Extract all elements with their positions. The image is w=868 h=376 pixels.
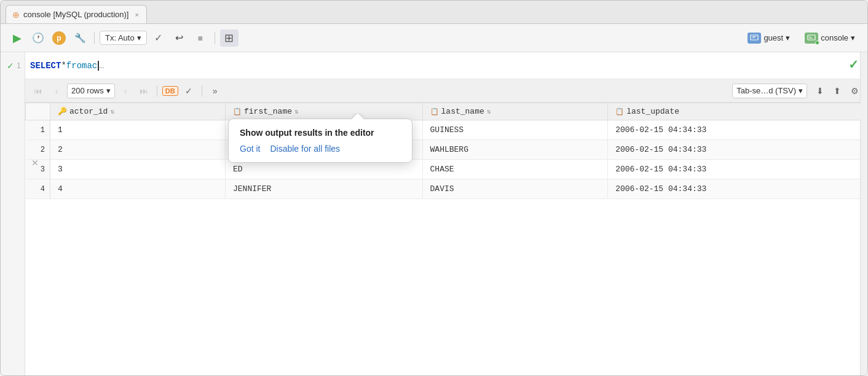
- format-selector[interactable]: Tab-se…d (TSV) ▾: [732, 84, 807, 98]
- table-row[interactable]: 4 4 JENNIFER DAVIS 2006-02-15 04:34:33: [26, 179, 867, 199]
- console-arrow: ▾: [851, 33, 855, 42]
- grid-button[interactable]: ⊞: [220, 29, 239, 47]
- line-number-1: 1: [17, 61, 21, 70]
- console-tab[interactable]: ⊕ console [MySQL (production)] ×: [6, 5, 147, 23]
- actor-id-cell: 1: [50, 120, 226, 140]
- upload-icon: ⬆: [834, 86, 841, 96]
- last-name-col-label: last_name: [441, 107, 484, 116]
- separator-1: [94, 32, 95, 44]
- tx-label: Tx: Auto: [105, 33, 135, 42]
- tooltip-actions: Got it Disable for all files: [240, 144, 401, 154]
- results-sep-1: [157, 85, 157, 96]
- tooltip-title: Show output results in the editor: [240, 128, 401, 138]
- table-row[interactable]: 3 3 ED CHASE 2006-02-15 04:34:33: [26, 160, 867, 179]
- last-page-icon: ⏭: [140, 86, 148, 96]
- download-button[interactable]: ⬇: [812, 84, 828, 98]
- results-table: 🔑 actor_id ⇅ 📋 first_name ⇅: [25, 103, 867, 199]
- sql-table: ac: [87, 61, 97, 71]
- console-icon: [805, 33, 818, 44]
- separator-2: [215, 32, 215, 44]
- tab-close-button[interactable]: ×: [135, 11, 138, 18]
- gutter-line-1: ✓ 1: [7, 57, 21, 74]
- wrench-button[interactable]: 🔧: [71, 29, 89, 47]
- user-arrow: ▾: [786, 33, 790, 42]
- table-row[interactable]: 2 2 NICK WAHLBERG 2006-02-15 04:34:33: [26, 140, 867, 160]
- p-badge-button[interactable]: p: [50, 29, 68, 47]
- last-update-header[interactable]: 📋 last_update: [608, 103, 867, 120]
- got-it-link[interactable]: Got it: [240, 144, 260, 154]
- apply-button[interactable]: ✓: [181, 84, 197, 98]
- disable-for-all-files-link[interactable]: Disable for all files: [270, 144, 340, 154]
- editor-area: SELECT * from ac … ⏮ ‹ 200 rows ▾: [25, 52, 867, 375]
- tx-arrow: ▾: [137, 33, 141, 42]
- user-icon: [748, 33, 761, 44]
- results-sep-2: [202, 85, 202, 96]
- rows-per-page-selector[interactable]: 200 rows ▾: [67, 84, 115, 98]
- sql-editor[interactable]: SELECT * from ac …: [25, 52, 867, 79]
- first-name-header[interactable]: 📋 first_name ⇅: [226, 103, 423, 120]
- rows-arrow: ▾: [106, 86, 111, 95]
- next-page-button[interactable]: ›: [117, 84, 133, 98]
- tab-label: console [MySQL (production)]: [23, 10, 128, 19]
- last-name-sort-icon: ⇅: [487, 108, 491, 116]
- upload-button[interactable]: ⬆: [829, 84, 845, 98]
- run-button[interactable]: ▶: [8, 29, 26, 47]
- first-page-button[interactable]: ⏮: [30, 84, 46, 98]
- tx-selector[interactable]: Tx: Auto ▾: [100, 31, 147, 45]
- first-name-col-icon: 📋: [233, 108, 242, 116]
- user-menu[interactable]: guest ▾: [743, 31, 795, 45]
- history-button[interactable]: 🕐: [29, 29, 47, 47]
- actor-id-header[interactable]: 🔑 actor_id ⇅: [50, 103, 226, 120]
- console-label: console: [821, 33, 848, 42]
- row-num-cell: 2: [26, 140, 50, 160]
- close-panel-button[interactable]: ✕: [31, 158, 39, 168]
- last-update-cell: 2006-02-15 04:34:33: [608, 120, 867, 140]
- undo-button[interactable]: ↩: [170, 29, 189, 47]
- check-button[interactable]: ✓: [149, 29, 168, 47]
- first-page-icon: ⏮: [34, 86, 42, 96]
- svg-rect-3: [808, 35, 815, 40]
- results-toolbar: ⏮ ‹ 200 rows ▾ › ⏭ DB ✓: [25, 79, 867, 103]
- history-icon: 🕐: [32, 32, 44, 44]
- last-name-cell: GUINESS: [422, 120, 608, 140]
- check-icon: ✓: [154, 32, 162, 44]
- vertical-scrollbar[interactable]: [860, 52, 867, 375]
- last-update-cell: 2006-02-15 04:34:33: [608, 179, 867, 199]
- apply-icon: ✓: [185, 86, 192, 96]
- toolbar-right: guest ▾ console ▾: [743, 31, 860, 45]
- actor-id-col-icon: 🔑: [58, 107, 67, 116]
- more-button[interactable]: »: [207, 84, 223, 98]
- row-num-header: [26, 103, 50, 120]
- actor-id-cell: 2: [50, 140, 226, 160]
- first-name-col-label: first_name: [244, 107, 292, 116]
- p-badge: p: [52, 31, 66, 45]
- stop-icon: ■: [197, 33, 202, 43]
- last-name-header[interactable]: 📋 last_name ⇅: [422, 103, 608, 120]
- data-table-container: 🔑 actor_id ⇅ 📋 first_name ⇅: [25, 103, 867, 375]
- last-name-cell: DAVIS: [422, 179, 608, 199]
- prev-page-button[interactable]: ‹: [49, 84, 65, 98]
- actor-id-sort-icon: ⇅: [110, 108, 114, 116]
- first-name-cell: JENNIFER: [226, 179, 423, 199]
- rows-label: 200 rows: [71, 86, 104, 95]
- last-page-button[interactable]: ⏭: [136, 84, 152, 98]
- sql-ellipsis: …: [99, 61, 104, 71]
- table-row[interactable]: 1 1 PENELOPE GUINESS 2006-02-15 04:34:33: [26, 120, 867, 140]
- actor-id-col-label: actor_id: [69, 107, 108, 116]
- prev-page-icon: ‹: [55, 86, 58, 96]
- sql-select: SELECT: [30, 61, 61, 71]
- status-check-icon: ✓: [848, 57, 859, 72]
- stop-button[interactable]: ■: [191, 29, 210, 47]
- last-update-cell: 2006-02-15 04:34:33: [608, 160, 867, 179]
- line-number-gutter: ✓ 1: [1, 52, 25, 375]
- console-menu[interactable]: console ▾: [800, 31, 860, 45]
- gutter-check-1: ✓: [7, 61, 14, 71]
- user-label: guest: [763, 33, 783, 42]
- tab-bar: ⊕ console [MySQL (production)] ×: [1, 1, 867, 24]
- last-name-cell: CHASE: [422, 160, 608, 179]
- main-toolbar: ▶ 🕐 p 🔧 Tx: Auto ▾ ✓ ↩ ■ ⊞: [1, 24, 867, 52]
- download-icon: ⬇: [816, 86, 824, 96]
- tab-db-icon: ⊕: [12, 10, 20, 20]
- last-update-col-icon: 📋: [615, 108, 624, 116]
- sql-from: from: [66, 61, 87, 71]
